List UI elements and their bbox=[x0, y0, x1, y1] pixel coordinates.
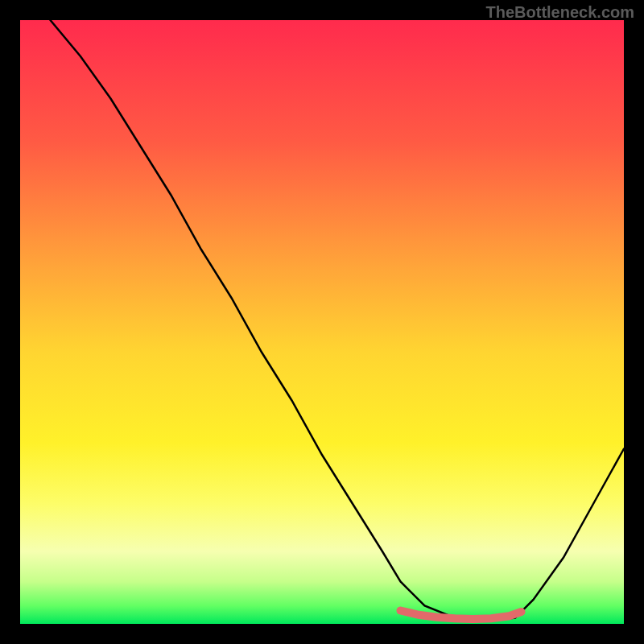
chart-svg bbox=[20, 20, 624, 624]
marker-curve-path bbox=[401, 611, 522, 620]
main-curve-path bbox=[51, 20, 625, 621]
chart-gradient-background bbox=[20, 20, 624, 624]
watermark-text: TheBottleneck.com bbox=[486, 3, 634, 22]
